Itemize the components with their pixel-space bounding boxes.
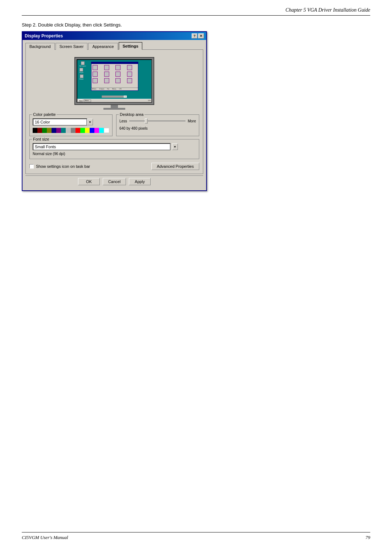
dialog-controls: ? ✕ [192, 33, 204, 39]
taskbar-checkbox-label: Show settings icon on task bar [36, 164, 90, 169]
swatch-darkblue [52, 128, 56, 133]
tab-appearance[interactable]: Appearance [88, 43, 118, 50]
help-button[interactable]: ? [192, 33, 197, 39]
color-palette-dropdown-arrow[interactable]: ▼ [87, 119, 93, 125]
dialog-footer: OK Cancel Apply [25, 175, 203, 187]
swatch-red [75, 128, 80, 133]
less-label: Less [119, 119, 127, 123]
page-container: Chapter 5 VGA Driver Installation Guide … [0, 0, 392, 555]
tab-settings[interactable]: Settings [119, 42, 142, 50]
swatch-silver [66, 128, 70, 133]
font-dpi-text: Normal size (96 dpi) [33, 152, 196, 156]
tab-background[interactable]: Background [25, 43, 55, 50]
monitor-base [103, 108, 125, 110]
close-button[interactable]: ✕ [198, 33, 204, 39]
advanced-properties-button[interactable]: Advanced Properties [151, 163, 199, 170]
sections-row: Color palette ▼ [29, 114, 199, 136]
swatch-teal [61, 128, 66, 133]
color-palette-input[interactable] [33, 118, 87, 126]
cancel-button[interactable]: Cancel [103, 178, 126, 185]
swatch-olive [47, 128, 52, 133]
swatch-aqua [99, 128, 104, 133]
color-bar [33, 128, 109, 133]
dialog-title: Display Properties [25, 33, 63, 39]
monitor-neck [111, 105, 118, 108]
mini-start-button: Start [78, 100, 83, 102]
swatch-lime [80, 128, 85, 133]
font-size-select-row: ▼ [33, 143, 196, 150]
screen-taskbar: Start Window 12:00 [77, 99, 151, 102]
font-size-input[interactable] [33, 143, 171, 150]
footer-left: CI5VGM User's Manual [22, 535, 68, 540]
swatch-darkgreen [42, 128, 47, 133]
font-size-dropdown-arrow[interactable]: ▼ [172, 143, 178, 150]
monitor-outer: My Computer Recycle Network [74, 57, 154, 105]
chapter-header: Chapter 5 VGA Driver Installation Guide [22, 7, 370, 16]
monitor-screen: My Computer Recycle Network [77, 59, 152, 103]
resolution-text: 640 by 480 pixels [119, 126, 196, 130]
step-text: Step 2. Double click Display, then click… [22, 22, 370, 28]
footer-right: 79 [366, 535, 370, 540]
swatch-black [33, 128, 37, 133]
swatch-purple [56, 128, 61, 133]
more-label: More [188, 119, 196, 123]
dialog-body: Background Screen Saver Appearance Setti… [23, 40, 206, 190]
swatch-yellow [85, 128, 90, 133]
desktop-icon-1: My Computer [79, 61, 86, 67]
font-size-label: Font size [32, 137, 50, 141]
tab-content-settings: My Computer Recycle Network [25, 49, 203, 174]
tab-bar: Background Screen Saver Appearance Setti… [25, 42, 203, 50]
swatch-gray [71, 128, 75, 133]
color-palette-select-row: ▼ [33, 118, 109, 126]
monitor-stand [74, 105, 154, 110]
color-palette-group: Color palette ▼ [29, 114, 113, 136]
color-palette-label: Color palette [32, 112, 57, 117]
apply-button[interactable]: Apply [129, 178, 151, 185]
page-footer: CI5VGM User's Manual 79 [22, 532, 370, 540]
mini-window: All items12 objectsFreeMemory1.4% [91, 62, 138, 91]
screen-content: My Computer Recycle Network [77, 60, 151, 102]
display-properties-dialog: Display Properties ? ✕ Background Screen… [22, 31, 207, 191]
swatch-darkred [37, 128, 42, 133]
tab-screensaver[interactable]: Screen Saver [56, 43, 88, 50]
screen-slider [102, 96, 127, 98]
swatch-fuchsia [94, 128, 99, 133]
desktop-area-slider-row: Less More [119, 118, 196, 123]
dialog-titlebar: Display Properties ? ✕ [23, 32, 206, 40]
swatch-white [104, 128, 109, 133]
bottom-row: Show settings icon on task bar Advanced … [29, 163, 199, 170]
desktop-area-group: Desktop area Less More 640 by 480 pixels [116, 114, 199, 136]
desktop-area-label: Desktop area [119, 112, 144, 117]
taskbar-checkbox-row: Show settings icon on task bar [29, 164, 90, 169]
desktop-icon-2: Recycle [79, 68, 83, 73]
monitor-preview: My Computer Recycle Network [29, 53, 199, 112]
chapter-header-text: Chapter 5 VGA Driver Installation Guide [286, 7, 370, 13]
swatch-blue [90, 128, 94, 133]
taskbar-checkbox[interactable] [29, 164, 34, 169]
resolution-slider[interactable] [129, 118, 185, 123]
font-size-group: Font size ▼ Normal size (96 dpi) [29, 139, 199, 159]
desktop-icon-3: Network [79, 74, 83, 80]
ok-button[interactable]: OK [78, 178, 100, 185]
